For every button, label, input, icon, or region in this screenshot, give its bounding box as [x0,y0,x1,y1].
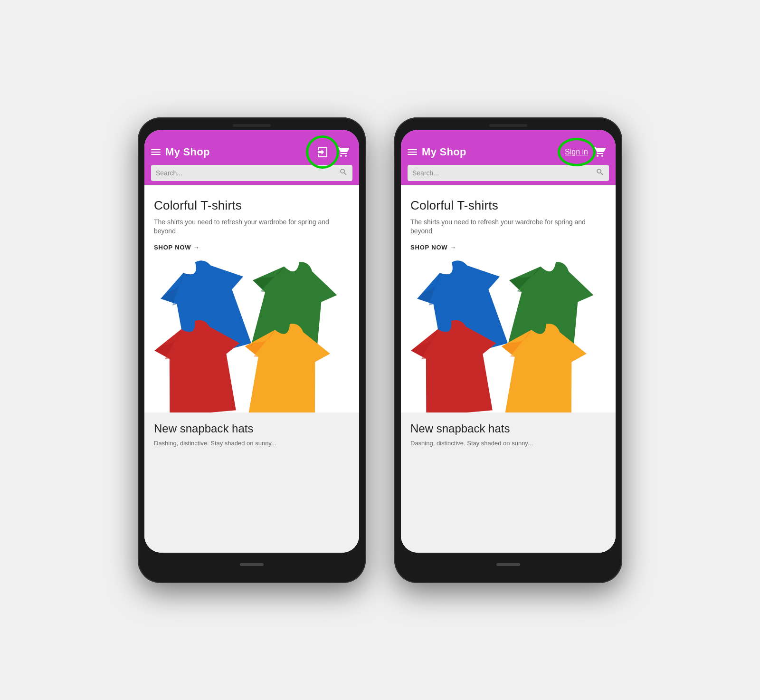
hamburger-icon-1[interactable] [151,149,161,155]
shop-title-1: My Shop [165,146,309,158]
bottom-subtitle-1: Dashing, distinctive. Stay shaded on sun… [154,439,350,448]
status-bar-2 [401,130,616,138]
hero-title-1: Colorful T-shirts [154,198,350,213]
search-icon-1[interactable] [339,168,348,178]
cart-icon-btn-1[interactable] [334,143,352,161]
cart-icon-btn-2[interactable] [591,143,609,161]
bottom-section-2: New snapback hats Dashing, distinctive. … [401,412,616,553]
phone-top-speaker-2 [489,124,527,127]
header-actions-1 [314,143,352,161]
tshirts-container-2 [401,251,616,412]
home-button-2[interactable] [496,563,520,566]
home-button-1[interactable] [240,563,264,566]
bottom-title-2: New snapback hats [410,422,606,435]
search-bar-2: Search... [408,165,609,181]
phone-bottom-1 [144,553,359,576]
tshirts-svg-1 [144,251,359,412]
hero-section-2: Colorful T-shirts The shirts you need to… [401,185,616,251]
phone-2: My Shop Sign in [394,117,622,583]
app-header-2: My Shop Sign in [401,138,616,185]
bottom-subtitle-2: Dashing, distinctive. Stay shaded on sun… [410,439,606,448]
phone-2-screen: My Shop Sign in [401,130,616,553]
signin-button-2[interactable]: Sign in [565,148,588,156]
phone-bottom-2 [401,553,616,576]
tshirts-svg-2 [401,251,616,412]
screen-content-1: Colorful T-shirts The shirts you need to… [144,185,359,553]
tshirts-container-1 [144,251,359,412]
screen-content-2: Colorful T-shirts The shirts you need to… [401,185,616,553]
hero-subtitle-2: The shirts you need to refresh your ward… [410,218,606,236]
bottom-section-1: New snapback hats Dashing, distinctive. … [144,412,359,553]
cart-icon-2 [594,146,606,158]
header-row-2: My Shop Sign in [408,143,609,161]
phone-top-speaker [233,124,271,127]
search-icon-2[interactable] [596,168,604,178]
search-placeholder-2: Search... [412,169,592,177]
bottom-title-1: New snapback hats [154,422,350,435]
phones-container: My Shop [138,117,622,583]
shop-title-2: My Shop [422,146,560,158]
hero-subtitle-1: The shirts you need to refresh your ward… [154,218,350,236]
app-header-1: My Shop [144,138,359,185]
search-placeholder-1: Search... [156,169,335,177]
header-actions-2: Sign in [565,143,609,161]
search-bar-1: Search... [151,165,352,181]
signin-wrapper: Sign in [565,148,588,156]
phone-1-screen: My Shop [144,130,359,553]
hero-section-1: Colorful T-shirts The shirts you need to… [144,185,359,251]
shop-now-btn-1[interactable]: SHOP NOW → [154,244,350,251]
shop-now-btn-2[interactable]: SHOP NOW → [410,244,606,251]
cart-icon-1 [338,146,349,158]
hero-title-2: Colorful T-shirts [410,198,606,213]
phone-1: My Shop [138,117,366,583]
login-icon-btn-1[interactable] [314,143,332,161]
hamburger-icon-2[interactable] [408,149,417,155]
header-row-1: My Shop [151,143,352,161]
login-icon-1 [316,146,329,158]
status-bar-1 [144,130,359,138]
